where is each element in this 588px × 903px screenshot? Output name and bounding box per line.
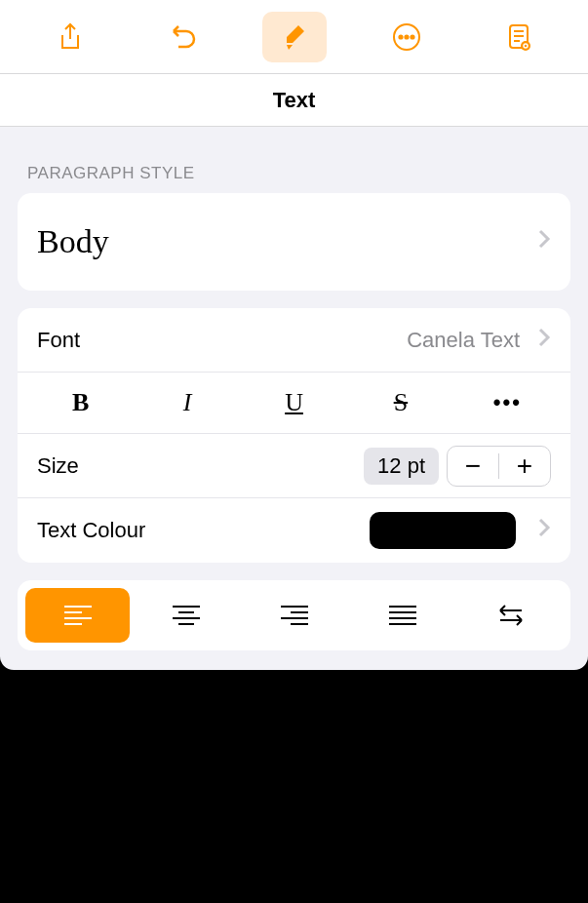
alignment-card (18, 580, 570, 650)
more-circle-icon (391, 21, 422, 53)
text-format-row: B I U S ••• (18, 373, 570, 434)
font-label: Font (37, 328, 80, 353)
align-right-button[interactable] (242, 588, 346, 643)
paragraph-style-card: Body (18, 193, 570, 291)
paragraph-style-value: Body (37, 223, 109, 260)
font-value: Canela Text (407, 328, 520, 353)
align-right-icon (279, 603, 310, 628)
undo-button[interactable] (150, 12, 215, 62)
align-justify-icon (387, 603, 418, 628)
font-card: Font Canela Text B I U S ••• Size 12 pt … (18, 308, 570, 563)
format-button[interactable] (262, 12, 327, 62)
text-colour-label: Text Colour (37, 518, 145, 543)
format-brush-icon (279, 21, 310, 53)
font-row[interactable]: Font Canela Text (18, 308, 570, 373)
bold-button[interactable]: B (27, 373, 134, 433)
svg-point-8 (521, 41, 530, 51)
size-increase-button[interactable]: + (499, 446, 550, 487)
align-left-button[interactable] (25, 588, 130, 643)
align-justify-button[interactable] (350, 588, 454, 643)
paragraph-style-row[interactable]: Body (18, 193, 570, 291)
colour-swatch[interactable] (370, 512, 516, 549)
text-colour-row[interactable]: Text Colour (18, 498, 570, 563)
align-center-button[interactable] (134, 588, 238, 643)
chevron-right-icon (537, 516, 551, 545)
undo-icon (167, 21, 198, 53)
more-button[interactable] (374, 12, 439, 62)
size-stepper: − + (447, 446, 551, 487)
svg-point-2 (405, 35, 408, 38)
size-decrease-button[interactable]: − (448, 446, 498, 487)
text-direction-icon (494, 603, 528, 628)
text-direction-button[interactable] (458, 588, 563, 643)
reader-button[interactable] (487, 12, 551, 62)
share-icon (55, 21, 86, 53)
underline-button[interactable]: U (241, 373, 347, 433)
panel-title: Text (273, 88, 316, 113)
size-value[interactable]: 12 pt (364, 448, 439, 485)
align-left-icon (62, 603, 94, 628)
share-button[interactable] (38, 12, 102, 62)
italic-button[interactable]: I (134, 373, 240, 433)
callout-line (502, 707, 503, 785)
chevron-right-icon (537, 227, 551, 256)
panel-header: Text (0, 74, 588, 127)
reader-icon (503, 21, 534, 53)
more-formatting-button[interactable]: ••• (454, 373, 561, 433)
size-label: Size (37, 453, 79, 479)
chevron-right-icon (537, 326, 551, 355)
svg-point-3 (411, 35, 413, 38)
top-toolbar (0, 0, 588, 74)
size-row: Size 12 pt − + (18, 434, 570, 498)
paragraph-style-section-label: PARAGRAPH STYLE (0, 127, 588, 193)
align-center-icon (171, 603, 202, 628)
svg-point-1 (399, 35, 402, 38)
strikethrough-button[interactable]: S (347, 373, 453, 433)
